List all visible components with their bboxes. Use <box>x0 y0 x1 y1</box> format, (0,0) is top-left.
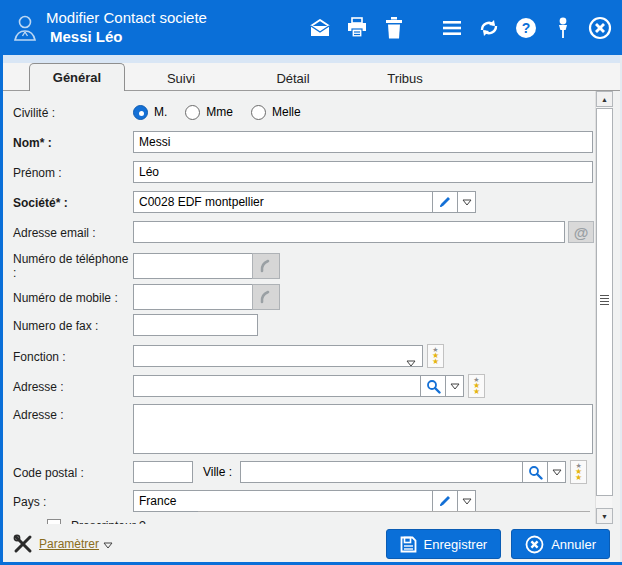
pays-label: Pays : <box>13 494 133 509</box>
titlebar-titles: Modifier Contact societe Messi Léo <box>46 9 308 47</box>
ville-options-button[interactable]: ★★★ <box>570 460 587 484</box>
codepostal-label: Code postal : <box>13 465 133 480</box>
mail-icon[interactable] <box>308 16 332 40</box>
fax-row: Numero de fax : <box>13 314 620 336</box>
fonction-combo[interactable] <box>133 345 423 367</box>
refresh-icon[interactable] <box>477 16 501 40</box>
titlebar: Modifier Contact societe Messi Léo <box>0 0 622 55</box>
fonction-row: Fonction : ★★★ <box>13 344 620 368</box>
civilite-options: M. Mme Melle <box>133 105 313 120</box>
ville-label: Ville : <box>203 465 232 479</box>
phone-icon <box>258 289 274 305</box>
societe-dropdown-button[interactable] <box>457 191 476 213</box>
phone-icon <box>258 258 274 274</box>
civilite-row: Civilité : M. Mme Melle <box>13 103 620 121</box>
cancel-button[interactable]: Annuler <box>511 529 610 559</box>
prenom-input[interactable] <box>133 161 593 183</box>
radio-mme[interactable] <box>185 105 200 120</box>
pays-dropdown-button[interactable] <box>457 490 476 512</box>
adresse-search-button[interactable] <box>420 375 446 397</box>
print-icon[interactable] <box>345 16 369 40</box>
close-icon[interactable] <box>588 16 612 40</box>
parametrer-dropdown-icon[interactable] <box>103 535 113 553</box>
fonction-label: Fonction : <box>13 349 133 364</box>
triangle-down-icon: ▼ <box>601 513 608 520</box>
adresse-options-button[interactable]: ★★★ <box>468 374 485 398</box>
scrollbar-thumb[interactable] <box>596 108 613 496</box>
help-icon[interactable]: ? <box>514 16 538 40</box>
contact-name: Messi Léo <box>46 28 308 47</box>
menu-icon[interactable] <box>440 16 464 40</box>
pays-input[interactable] <box>133 490 433 512</box>
at-icon: @ <box>574 224 589 241</box>
prescripteur-row: Prescripteur ? <box>13 517 620 524</box>
tabstrip: Général Suivi Détail Tribus <box>3 63 620 91</box>
window-title: Modifier Contact societe <box>46 9 308 28</box>
tab-tribus[interactable]: Tribus <box>349 66 461 90</box>
societe-row: Société* : <box>13 191 620 213</box>
search-icon <box>426 379 441 394</box>
search-icon <box>528 465 543 480</box>
scroll-down-button[interactable]: ▼ <box>596 508 613 524</box>
parametrer-link[interactable]: Paramètrer <box>39 537 99 551</box>
window-left-border <box>0 55 3 565</box>
call-mobile-button[interactable] <box>252 284 280 310</box>
pencil-icon <box>438 494 452 508</box>
send-email-button[interactable]: @ <box>568 221 594 243</box>
radio-melle[interactable] <box>251 105 266 120</box>
radio-m[interactable] <box>133 105 148 120</box>
prenom-label: Prénom : <box>13 165 133 180</box>
stars-icon: ★ <box>432 359 439 365</box>
societe-input[interactable] <box>133 191 433 213</box>
mobile-input[interactable] <box>133 284 253 310</box>
telephone-row: Numéro de téléphone : <box>13 251 620 280</box>
adresse2-row: Adresse : <box>13 404 620 454</box>
adresse1-row: Adresse : ★★★ <box>13 374 620 398</box>
triangle-up-icon: ▲ <box>601 96 608 103</box>
adresse-dropdown-button[interactable] <box>445 375 464 397</box>
adresse2-textarea[interactable] <box>133 404 593 454</box>
stars-icon: ★ <box>473 389 480 395</box>
fax-input[interactable] <box>133 314 258 336</box>
vertical-scrollbar[interactable]: ▲ ▼ <box>595 91 612 524</box>
tab-general[interactable]: Général <box>29 63 125 91</box>
prescripteur-label: Prescripteur ? <box>71 519 146 524</box>
pin-icon[interactable] <box>551 16 575 40</box>
nom-label: Nom* : <box>13 135 133 150</box>
nom-input[interactable] <box>133 131 593 153</box>
ville-dropdown-button[interactable] <box>547 461 566 483</box>
scroll-up-button[interactable]: ▲ <box>596 91 613 107</box>
tab-detail[interactable]: Détail <box>237 66 349 90</box>
ville-input[interactable] <box>240 461 523 483</box>
email-row: Adresse email : @ <box>13 221 620 243</box>
email-input[interactable] <box>133 221 565 243</box>
ville-search-button[interactable] <box>522 461 548 483</box>
stars-icon: ★ <box>575 475 582 481</box>
societe-label: Société* : <box>13 195 133 210</box>
cancel-circle-x-icon <box>525 535 544 554</box>
adresse1-input[interactable] <box>133 375 421 397</box>
fonction-options-button[interactable]: ★★★ <box>427 344 444 368</box>
pays-edit-button[interactable] <box>432 490 458 512</box>
save-button[interactable]: Enregistrer <box>386 529 502 559</box>
chevron-down-icon <box>552 469 562 476</box>
prescripteur-checkbox[interactable] <box>47 519 61 524</box>
radio-melle-label: Melle <box>272 105 301 119</box>
titlebar-actions: ? <box>308 16 612 40</box>
codepostal-input[interactable] <box>133 461 193 483</box>
contact-icon <box>12 13 38 43</box>
chevron-down-icon[interactable] <box>406 353 416 371</box>
trash-icon[interactable] <box>382 16 406 40</box>
call-phone-button[interactable] <box>252 253 280 279</box>
societe-edit-button[interactable] <box>432 191 458 213</box>
email-label: Adresse email : <box>13 225 133 240</box>
chevron-down-icon <box>462 199 472 206</box>
clipped-divider <box>198 511 590 512</box>
nom-row: Nom* : <box>13 131 620 153</box>
save-button-label: Enregistrer <box>424 537 488 552</box>
form-panel: Civilité : M. Mme Melle Nom* : Prénom : … <box>3 91 620 524</box>
tab-suivi[interactable]: Suivi <box>125 66 237 90</box>
prenom-row: Prénom : <box>13 161 620 183</box>
telephone-input[interactable] <box>133 253 253 279</box>
fonction-input[interactable] <box>133 345 423 367</box>
